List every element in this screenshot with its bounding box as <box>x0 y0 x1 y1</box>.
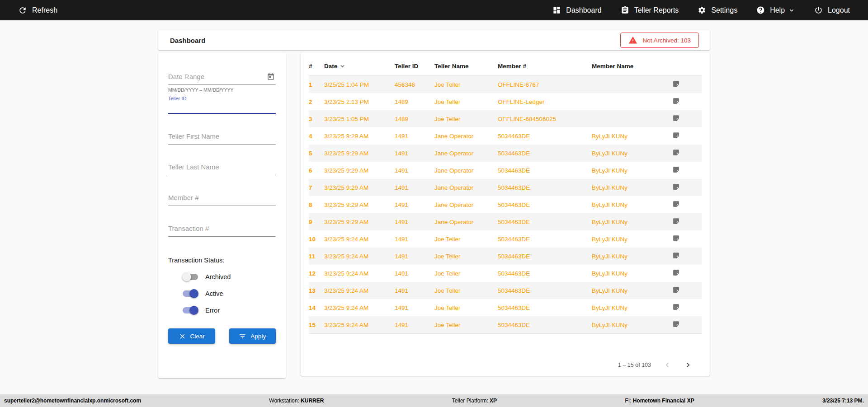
row-teller-name: Jane Operator <box>434 145 498 162</box>
row-member-number: 5034463DE <box>498 248 592 265</box>
teller-id-input[interactable] <box>168 101 276 114</box>
table-row[interactable]: 12 3/23/25 9:24 AM 1491 Joe Teller 50344… <box>309 265 702 282</box>
row-teller-id: 1491 <box>395 145 434 162</box>
row-note-cell <box>672 282 702 299</box>
nav-teller-reports[interactable]: Teller Reports <box>621 6 679 14</box>
nav-settings[interactable]: Settings <box>698 6 737 14</box>
row-note-cell <box>672 76 702 94</box>
table-row[interactable]: 9 3/23/25 9:29 AM 1491 Jane Operator 503… <box>309 213 702 230</box>
nav-help[interactable]: Help <box>756 6 795 14</box>
row-teller-id: 1491 <box>395 162 434 179</box>
table-row[interactable]: 14 3/23/25 9:24 AM 1491 Joe Teller 50344… <box>309 299 702 316</box>
row-date: 3/23/25 9:29 AM <box>324 145 395 162</box>
power-icon <box>814 6 823 14</box>
active-toggle[interactable] <box>182 289 198 298</box>
not-archived-badge-label: Not Archived: 103 <box>642 37 691 44</box>
row-teller-name: Joe Teller <box>434 248 498 265</box>
row-member-name: ByLyJI KUNy <box>592 230 672 248</box>
row-member-name: ByLyJI KUNy <box>592 145 672 162</box>
row-member-name: ByLyJI KUNy <box>592 299 672 316</box>
row-number: 2 <box>309 93 324 110</box>
archived-toggle[interactable] <box>182 272 198 281</box>
date-range-input[interactable] <box>168 73 276 85</box>
table-row[interactable]: 3 3/23/25 1:05 PM 1489 Joe Teller OFFLIN… <box>309 110 702 127</box>
row-teller-name: Joe Teller <box>434 230 498 248</box>
refresh-label: Refresh <box>32 6 57 14</box>
table-row[interactable]: 6 3/23/25 9:29 AM 1491 Jane Operator 503… <box>309 162 702 179</box>
row-note-cell <box>672 265 702 282</box>
filter-panel: MM/DD/YYYY – MM/DD/YYYY Teller ID Transa… <box>158 53 286 378</box>
row-teller-name: Joe Teller <box>434 93 498 110</box>
note-icon[interactable] <box>672 97 680 105</box>
row-teller-id: 1491 <box>395 196 434 213</box>
nav-dashboard[interactable]: Dashboard <box>552 6 601 14</box>
refresh-button[interactable]: Refresh <box>18 6 57 15</box>
calendar-icon[interactable] <box>267 73 275 81</box>
teller-last-name-field-wrap <box>168 163 276 175</box>
note-icon[interactable] <box>672 303 680 311</box>
note-icon[interactable] <box>672 286 680 294</box>
row-note-cell <box>672 248 702 265</box>
note-icon[interactable] <box>672 217 680 225</box>
apply-button[interactable]: Apply <box>229 328 276 344</box>
topbar: Refresh Dashboard Teller Reports Setting… <box>0 0 868 20</box>
note-icon[interactable] <box>672 149 680 156</box>
help-icon <box>756 6 765 14</box>
table-body: 1 3/25/25 1:04 PM 456346 Joe Teller OFFL… <box>309 76 702 334</box>
not-archived-badge[interactable]: Not Archived: 103 <box>620 33 699 48</box>
table-row[interactable]: 13 3/23/25 9:24 AM 1491 Joe Teller 50344… <box>309 282 702 299</box>
row-date: 3/23/25 2:13 PM <box>324 93 395 110</box>
row-date: 3/23/25 9:24 AM <box>324 248 395 265</box>
teller-last-name-input[interactable] <box>168 163 276 175</box>
table-row[interactable]: 11 3/23/25 9:24 AM 1491 Joe Teller 50344… <box>309 248 702 265</box>
next-page-button[interactable] <box>684 360 693 370</box>
row-member-name: ByLyJI KUNy <box>592 196 672 213</box>
note-icon[interactable] <box>672 131 680 139</box>
table-row[interactable]: 7 3/23/25 9:29 AM 1491 Jane Operator 503… <box>309 179 702 196</box>
teller-first-name-field-wrap <box>168 132 276 145</box>
row-teller-id: 1491 <box>395 248 434 265</box>
close-icon <box>179 332 186 340</box>
teller-id-label: Teller ID <box>168 96 276 101</box>
error-toggle[interactable] <box>182 306 198 315</box>
row-teller-name: Joe Teller <box>434 265 498 282</box>
table-row[interactable]: 15 3/23/25 9:24 AM 1491 Joe Teller 50344… <box>309 316 702 334</box>
main-container: Dashboard Not Archived: 103 MM/DD/YYYY –… <box>158 30 710 378</box>
row-member-number: OFFLINE-Ledger <box>498 93 592 110</box>
note-icon[interactable] <box>672 114 680 122</box>
note-icon[interactable] <box>672 269 680 276</box>
table-row[interactable]: 4 3/23/25 9:29 AM 1491 Jane Operator 503… <box>309 127 702 145</box>
row-number: 3 <box>309 110 324 127</box>
clear-button[interactable]: Clear <box>168 328 215 344</box>
fi-status: FI: Hometown Financial XP <box>625 398 694 404</box>
note-icon[interactable] <box>672 234 680 242</box>
teller-first-name-input[interactable] <box>168 132 276 145</box>
row-note-cell <box>672 127 702 145</box>
table-row[interactable]: 5 3/23/25 9:29 AM 1491 Jane Operator 503… <box>309 145 702 162</box>
transaction-number-input[interactable] <box>168 225 276 237</box>
note-icon[interactable] <box>672 183 680 191</box>
previous-page-button <box>663 360 672 370</box>
note-icon[interactable] <box>672 166 680 173</box>
row-note-cell <box>672 93 702 110</box>
table-row[interactable]: 1 3/25/25 1:04 PM 456346 Joe Teller OFFL… <box>309 76 702 94</box>
member-number-input[interactable] <box>168 194 276 206</box>
row-note-cell <box>672 162 702 179</box>
note-icon[interactable] <box>672 200 680 208</box>
row-teller-name: Joe Teller <box>434 316 498 334</box>
row-date: 3/23/25 9:24 AM <box>324 316 395 334</box>
table-row[interactable]: 2 3/23/25 2:13 PM 1489 Joe Teller OFFLIN… <box>309 93 702 110</box>
row-note-cell <box>672 213 702 230</box>
row-teller-id: 1491 <box>395 316 434 334</box>
row-note-cell <box>672 316 702 334</box>
col-header-date[interactable]: Date <box>324 56 395 76</box>
note-icon[interactable] <box>672 320 680 328</box>
table-row[interactable]: 10 3/23/25 9:24 AM 1491 Joe Teller 50344… <box>309 230 702 248</box>
note-icon[interactable] <box>672 252 680 259</box>
nav-logout[interactable]: Logout <box>814 6 850 14</box>
note-icon[interactable] <box>672 80 680 88</box>
table-row[interactable]: 8 3/23/25 9:29 AM 1491 Jane Operator 503… <box>309 196 702 213</box>
row-member-number: 5034463DE <box>498 230 592 248</box>
row-teller-id: 1491 <box>395 230 434 248</box>
status-datetime: 3/23/25 7:13 PM. <box>822 398 864 404</box>
